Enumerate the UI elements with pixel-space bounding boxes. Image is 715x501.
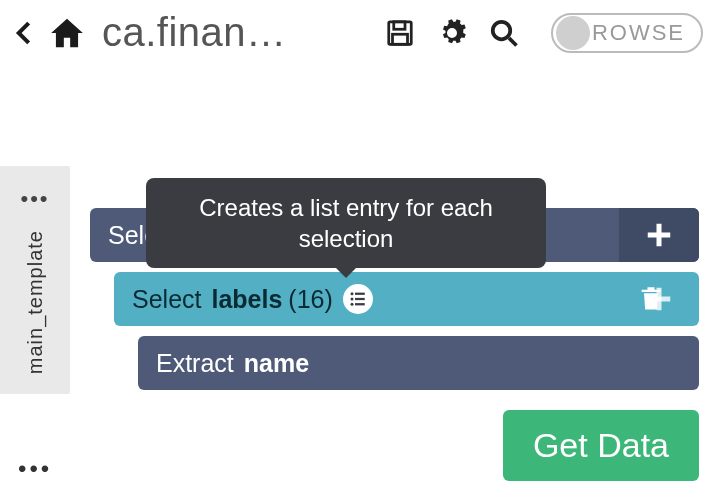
toggle-knob [556, 16, 590, 50]
page-title: ca.finan… [102, 10, 377, 55]
tooltip: Creates a list entry for each selection [146, 178, 546, 268]
step-extract-name[interactable]: Extract name [138, 336, 699, 390]
svg-point-11 [350, 303, 353, 306]
svg-rect-8 [355, 293, 365, 295]
add-button[interactable] [619, 208, 699, 262]
svg-rect-2 [393, 34, 408, 44]
save-icon[interactable] [385, 18, 415, 48]
ellipsis-icon[interactable]: ••• [20, 186, 49, 212]
toggle-label: BROWSE [575, 20, 685, 46]
svg-line-4 [509, 38, 517, 46]
template-tab[interactable]: ••• main_template [0, 166, 70, 394]
svg-point-3 [493, 21, 511, 39]
gear-icon[interactable] [437, 18, 467, 48]
back-icon[interactable] [6, 16, 40, 50]
svg-rect-12 [355, 303, 365, 305]
search-icon[interactable] [489, 18, 519, 48]
list-icon[interactable] [343, 284, 373, 314]
home-icon[interactable] [48, 14, 86, 52]
template-label: main_template [24, 230, 47, 374]
step-select-labels[interactable]: Select labels (16) [114, 272, 699, 326]
svg-rect-14 [648, 297, 671, 302]
svg-point-7 [350, 292, 353, 295]
add-button[interactable] [619, 272, 699, 326]
get-data-button[interactable]: Get Data [503, 410, 699, 481]
svg-rect-1 [394, 21, 405, 29]
more-icon[interactable]: ••• [18, 455, 52, 483]
mode-toggle[interactable]: BROWSE [551, 13, 703, 53]
svg-rect-6 [648, 233, 671, 238]
svg-rect-10 [355, 298, 365, 300]
svg-point-9 [350, 298, 353, 301]
